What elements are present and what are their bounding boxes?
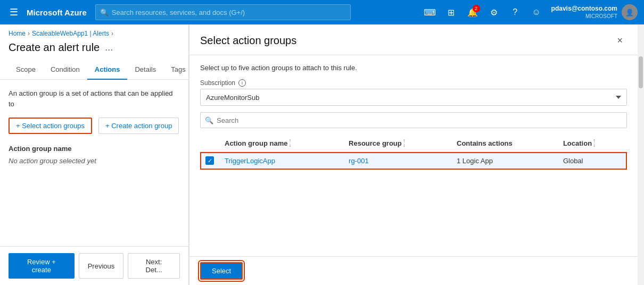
settings-icon[interactable]: ⚙ — [484, 3, 503, 22]
sort-arrows-name: ↑↓ — [288, 139, 291, 147]
user-org: MICROSOFT — [551, 13, 617, 20]
dialog-title: Select action groups — [200, 35, 296, 47]
search-icon: 🔍 — [100, 9, 109, 16]
bottom-buttons-bar: Review + create Previous Next: Det... — [0, 246, 188, 285]
tab-scope[interactable]: Scope — [9, 60, 43, 80]
global-search-input[interactable] — [112, 9, 346, 16]
review-create-button[interactable]: Review + create — [9, 253, 75, 279]
dialog-footer: Select — [189, 256, 638, 285]
left-panel: Home › ScaleableWebApp1 | Alerts › Creat… — [0, 24, 189, 285]
col-header-contains-actions: Contains actions — [451, 135, 558, 152]
breadcrumb-separator-2: › — [111, 30, 113, 37]
select-action-groups-button[interactable]: + Select action groups — [9, 118, 92, 134]
table-header-checkbox — [200, 135, 219, 152]
row-name: TriggerLogicApp — [219, 152, 343, 170]
notifications-icon[interactable]: 🔔 2 — [463, 3, 482, 22]
action-group-table-header: Action group name — [9, 145, 180, 153]
dialog-header: Select action groups × — [189, 24, 638, 55]
cloud-shell-icon[interactable]: ⌨ — [420, 3, 440, 22]
resource-group-link[interactable]: rg-001 — [349, 157, 369, 165]
avatar[interactable]: 👤 — [622, 4, 638, 20]
page-title-area: Create an alert rule ... — [0, 39, 188, 60]
tab-actions[interactable]: Actions — [87, 60, 128, 80]
nav-icons-group: ⌨ ⊞ 🔔 2 ⚙ ? ☺ pdavis@contoso.com MICROSO… — [420, 3, 638, 22]
search-icon: 🔍 — [205, 116, 213, 124]
dialog-close-button[interactable]: × — [613, 33, 627, 48]
row-resource-group: rg-001 — [343, 152, 451, 170]
action-groups-table: Action group name ↑↓ Resource group ↑↓ C… — [200, 135, 627, 170]
action-group-name-link[interactable]: TriggerLogicApp — [225, 157, 275, 165]
breadcrumb-parent[interactable]: ScaleableWebApp1 | Alerts — [32, 30, 109, 37]
subscription-label-row: Subscription i — [200, 79, 627, 87]
sort-arrows-location: ↑↓ — [593, 139, 596, 147]
action-buttons-row: + Select action groups + Create action g… — [9, 118, 180, 134]
more-options-icon[interactable]: ... — [105, 42, 113, 53]
col-header-location[interactable]: Location ↑↓ — [558, 135, 627, 152]
help-icon[interactable]: ? — [506, 3, 525, 22]
sort-arrows-rg: ↑↓ — [403, 139, 406, 147]
no-action-text: No action group selected yet — [9, 157, 180, 165]
tab-bar: Scope Condition Actions Details Tags — [0, 60, 188, 80]
subscription-label: Subscription — [200, 79, 235, 87]
search-input[interactable] — [217, 116, 622, 124]
previous-button[interactable]: Previous — [79, 253, 124, 279]
scrollbar[interactable] — [638, 24, 644, 285]
select-action-groups-dialog: Select action groups × Select up to five… — [189, 24, 638, 285]
tab-details[interactable]: Details — [127, 60, 163, 80]
page-title: Create an alert rule — [9, 41, 100, 54]
main-layout: Home › ScaleableWebApp1 | Alerts › Creat… — [0, 24, 644, 285]
subscription-info-icon: i — [238, 79, 246, 87]
user-profile[interactable]: pdavis@contoso.com MICROSOFT 👤 — [551, 4, 638, 20]
feedback-icon[interactable]: ☺ — [527, 3, 546, 22]
breadcrumb-separator-1: › — [28, 30, 30, 37]
user-email: pdavis@contoso.com — [551, 5, 617, 13]
next-button[interactable]: Next: Det... — [128, 253, 180, 279]
col-header-name[interactable]: Action group name ↑↓ — [219, 135, 343, 152]
dialog-body: Select up to five action groups to attac… — [189, 55, 638, 256]
row-checkbox-cell[interactable] — [200, 152, 219, 170]
subscription-dropdown[interactable]: AzureMonitorSub — [200, 89, 627, 106]
dialog-description: Select up to five action groups to attac… — [200, 64, 627, 72]
row-checkbox-checked[interactable] — [205, 156, 214, 165]
app-logo: Microsoft Azure — [27, 8, 87, 17]
col-header-resource-group[interactable]: Resource group ↑↓ — [343, 135, 451, 152]
table-row[interactable]: TriggerLogicApp rg-001 1 Logic App Globa… — [200, 152, 627, 170]
top-navigation: ☰ Microsoft Azure 🔍 ⌨ ⊞ 🔔 2 ⚙ ? ☺ pdavis… — [0, 0, 644, 24]
global-search-bar[interactable]: 🔍 — [95, 4, 351, 20]
notification-badge: 2 — [473, 5, 480, 12]
portal-menu-icon[interactable]: ⊞ — [442, 3, 461, 22]
row-contains-actions: 1 Logic App — [451, 152, 558, 170]
tab-tags[interactable]: Tags — [163, 60, 189, 80]
breadcrumb: Home › ScaleableWebApp1 | Alerts › — [0, 24, 188, 39]
scroll-thumb[interactable] — [639, 56, 643, 88]
left-content-area: An action group is a set of actions that… — [0, 80, 188, 246]
row-location: Global — [558, 152, 627, 170]
breadcrumb-home[interactable]: Home — [9, 30, 26, 37]
search-box[interactable]: 🔍 — [200, 112, 627, 128]
hamburger-menu-icon[interactable]: ☰ — [6, 4, 21, 20]
tab-condition[interactable]: Condition — [43, 60, 87, 80]
select-button[interactable]: Select — [200, 262, 243, 280]
create-action-group-button[interactable]: + Create action group — [98, 118, 179, 134]
action-group-description: An action group is a set of actions that… — [9, 88, 180, 109]
